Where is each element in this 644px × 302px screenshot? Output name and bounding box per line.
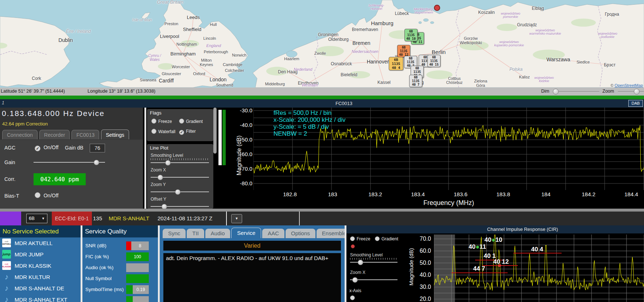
channel-select[interactable]: 6B ▼ [26, 214, 47, 223]
radio-icon[interactable] [375, 236, 380, 241]
bar-separator [299, 212, 300, 225]
spectrum-y-tick: -50.0 [235, 136, 252, 143]
map-marker-40-10[interactable]: 6B113540 10 [404, 29, 418, 41]
flag-freeze[interactable]: Freeze [151, 119, 172, 124]
radio-icon[interactable] [350, 236, 355, 241]
vertical-splitter[interactable] [144, 108, 146, 209]
service-list-item[interactable]: ♪MDR S-ANHALT EXT [0, 294, 81, 302]
tab-ensemble[interactable]: Ensemble [317, 229, 345, 238]
cir-plot[interactable]: 4010401140 440 140 1244 7 [434, 235, 644, 302]
radio-icon[interactable] [151, 129, 156, 134]
service-logo-note-icon: ♪ [2, 295, 11, 302]
spectrum-display[interactable]: Magnitude (dB) -30.0-40.0-50.0-60.0-70.0… [226, 108, 644, 209]
cir-flag-gradient[interactable]: Gradient [375, 236, 398, 241]
quality-row-snr-db-: SNR (dB)8 [82, 241, 158, 250]
openstreetmap-link[interactable]: OpenStreetMap [614, 83, 643, 88]
map-red-dot-marker[interactable] [434, 5, 440, 11]
tab-options[interactable]: Options [286, 229, 315, 238]
tab-aac[interactable]: AAC [262, 229, 284, 238]
slider-knob-zoom-y[interactable] [175, 189, 181, 195]
gain-db-input[interactable] [90, 144, 105, 152]
tab-tii[interactable]: TII [187, 229, 204, 238]
service-list-item[interactable]: ♪MDR S-ANHALT DE [0, 283, 81, 294]
spectrum-x-tick: 182.8 [283, 191, 297, 197]
dropdown-button[interactable]: ▼ [231, 214, 242, 223]
tab-settings[interactable]: Settings [101, 129, 129, 139]
zoom-slider-knob[interactable] [634, 89, 640, 94]
spectrum-y-tick: -30.0 [235, 107, 252, 113]
dim-slider-track[interactable] [555, 91, 600, 92]
map[interactable]: © OpenStreetMap Great BritainIsle of Man… [0, 0, 644, 88]
spectrum-overlay-line: fRes = 500,0 Hz / bin [273, 109, 345, 116]
tab-service[interactable]: Service [231, 228, 261, 238]
tii-label-40-12: 40 12 [493, 258, 509, 266]
bias-t-radio-icon[interactable] [35, 192, 40, 198]
dab-mode-button[interactable]: DAB [628, 100, 643, 107]
bias-t-onoff-toggle[interactable]: On/Off [35, 192, 58, 199]
zoom-slider-track[interactable] [618, 91, 644, 92]
slider-knob-zoom-x[interactable] [352, 277, 358, 283]
map-marker-40-15[interactable]: 6B113540 15 [427, 55, 441, 67]
service-list-item[interactable]: mdrKLASSIKMDR KLASSIK [0, 260, 81, 271]
cir-flag-label: Freeze [357, 236, 370, 241]
slider-track-offset-y[interactable] [151, 206, 209, 207]
slider-knob-zoom-x[interactable] [158, 175, 163, 180]
slider-label-zoom-x: Zoom X [151, 167, 166, 173]
slider-ticks [350, 258, 397, 260]
quality-bar [126, 274, 149, 283]
tab-fc0013[interactable]: FC0013 [71, 130, 99, 139]
radio-icon[interactable] [151, 119, 156, 124]
status-green-bar [0, 96, 644, 99]
dim-slider-knob[interactable] [553, 89, 559, 94]
slider-track-smoothing-level[interactable] [350, 262, 397, 263]
quality-bar-red [126, 241, 131, 250]
cir-x-axis-radio-icon[interactable] [350, 295, 355, 300]
service-list-item[interactable]: mdrAKTUELLMDR AKTUELL [0, 237, 81, 249]
spectrum-scrollbar[interactable] [213, 108, 217, 209]
slider-knob-smoothing-level[interactable] [165, 160, 171, 166]
slider-label-smoothing-level: Smoothing Level [151, 153, 183, 158]
logo-line: AKTUELL [2, 243, 11, 245]
slider-knob-smoothing-level[interactable] [358, 260, 363, 265]
slider-ticks [151, 158, 209, 160]
agc-label: AGC [4, 145, 15, 151]
flag-waterfall[interactable]: Waterfall [151, 129, 175, 134]
checked-radio-icon[interactable]: ✓ [179, 130, 184, 135]
sdr-dab-application: © OpenStreetMap Great BritainIsle of Man… [0, 0, 644, 302]
logo-line: KLASSIK [2, 266, 11, 268]
tab-connection[interactable]: Connection [2, 130, 38, 139]
flag-gradient[interactable]: Gradient [179, 119, 203, 124]
cir-flag-freeze[interactable]: Freeze [350, 236, 370, 241]
quality-bar-gray [126, 263, 149, 272]
radio-icon[interactable] [179, 119, 184, 124]
gain-slider-knob[interactable] [94, 160, 99, 165]
map-marker-40-12[interactable]: 6B113540 12 [397, 45, 410, 57]
tab-recorder[interactable]: Recorder [39, 130, 70, 139]
tii-code-part: 10 [496, 236, 503, 244]
service-list-item[interactable]: jumpMDR JUMP [0, 249, 81, 260]
map-marker-line: 6B [397, 46, 410, 49]
service-list-item[interactable]: ♪MDR KULTUR [0, 271, 81, 283]
tab-audio[interactable]: Audio [205, 229, 230, 238]
spectrum-overlay-line: x-Scale: 200,000 kHz / div [273, 116, 345, 123]
service-logo-aktuell-icon: mdrAKTUELL [2, 239, 11, 247]
map-marker-line: 40 4 [389, 66, 403, 70]
flag-filter[interactable]: ✓Filter [179, 129, 196, 135]
agc-checked-radio-icon[interactable]: ✓ [35, 146, 40, 151]
flag-label: Gradient [186, 119, 203, 124]
quality-value-box: 0.19 [133, 285, 149, 294]
tab-sync[interactable]: Sync [163, 229, 186, 238]
map-marker-40-7[interactable]: 6B113540 7 [409, 75, 422, 87]
map-marker-line: 40 7 [410, 83, 422, 86]
horizontal-divider[interactable] [0, 209, 644, 212]
datetime-label: 2024-11-08 11:23:27 Z [158, 212, 212, 225]
agc-onoff-toggle[interactable]: ✓ On/Off [35, 144, 58, 151]
map-marker-line: 1135 [411, 70, 423, 74]
spectrum-y-tick: -60.0 [235, 151, 252, 157]
cir-y-tick: 60.0 [414, 248, 431, 254]
map-marker-40-4[interactable]: 6B113540 4 [389, 57, 403, 70]
quality-row-extra [82, 296, 158, 302]
spectrum-y-tick: -70.0 [235, 166, 252, 172]
slider-track-smoothing-level[interactable] [151, 162, 209, 163]
spectrum-scrollbar-thumb[interactable] [213, 108, 217, 154]
